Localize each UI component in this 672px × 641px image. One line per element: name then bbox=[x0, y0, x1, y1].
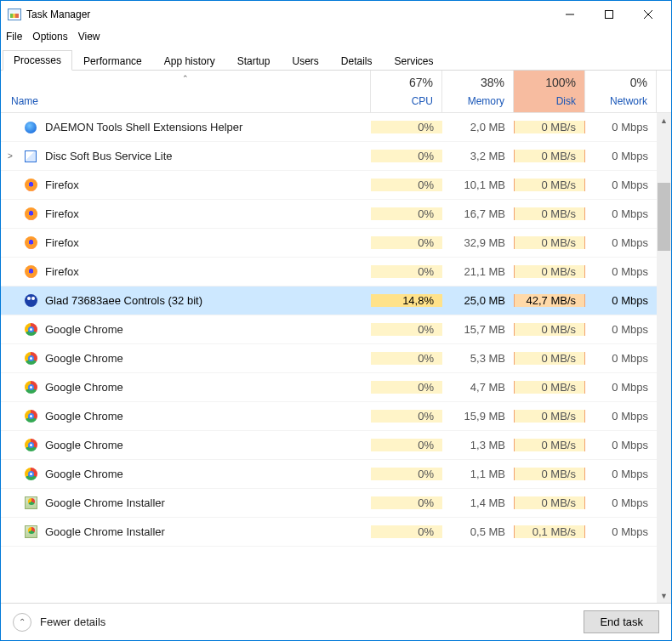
vertical-scrollbar[interactable]: ▲ ▼ bbox=[657, 113, 671, 603]
table-row[interactable]: Glad 73683aee Controls (32 bit)14,8%25,0… bbox=[1, 286, 657, 315]
cpu-cell: 0% bbox=[371, 179, 442, 191]
memory-cell: 21,1 MB bbox=[442, 265, 514, 278]
cpu-cell: 0% bbox=[371, 150, 442, 162]
tab-services[interactable]: Services bbox=[384, 51, 445, 71]
tab-processes[interactable]: Processes bbox=[3, 50, 72, 71]
disk-cell: 0 MB/s bbox=[514, 352, 585, 365]
disk-cell: 0 MB/s bbox=[514, 468, 585, 480]
tab-users[interactable]: Users bbox=[281, 51, 329, 71]
table-row[interactable]: Google Chrome0%4,7 MB0 MB/s0 Mbps bbox=[1, 373, 657, 402]
table-row[interactable]: Firefox0%10,1 MB0 MB/s0 Mbps bbox=[1, 171, 657, 200]
process-name-label: Google Chrome Installer bbox=[45, 525, 165, 538]
fewer-details-label: Fewer details bbox=[40, 615, 105, 628]
table-row[interactable]: Firefox0%16,7 MB0 MB/s0 Mbps bbox=[1, 200, 657, 229]
network-cell: 0 Mbps bbox=[585, 121, 657, 133]
disk-cell: 0 MB/s bbox=[514, 265, 585, 278]
process-name: Google Chrome bbox=[20, 351, 371, 366]
column-network[interactable]: 0% Network bbox=[585, 71, 657, 112]
task-manager-window: Task Manager File Options View Processes… bbox=[0, 0, 672, 641]
close-button[interactable] bbox=[629, 1, 668, 28]
scroll-thumb[interactable] bbox=[658, 183, 670, 251]
disk-cell: 0 MB/s bbox=[514, 179, 585, 191]
inst-icon bbox=[23, 496, 38, 511]
disk-cell: 0 MB/s bbox=[514, 381, 585, 394]
header-scroll-gutter bbox=[657, 71, 671, 112]
memory-cell: 15,7 MB bbox=[442, 323, 514, 336]
menu-options[interactable]: Options bbox=[32, 31, 67, 43]
process-name: Google Chrome bbox=[20, 409, 371, 424]
network-cell: 0 Mbps bbox=[585, 468, 657, 480]
column-cpu[interactable]: 67% CPU bbox=[371, 71, 442, 112]
expand-icon[interactable]: > bbox=[1, 151, 20, 161]
network-cell: 0 Mbps bbox=[585, 410, 657, 423]
table-row[interactable]: >Disc Soft Bus Service Lite0%3,2 MB0 MB/… bbox=[1, 142, 657, 171]
disk-cell: 0 MB/s bbox=[514, 410, 585, 423]
title-bar[interactable]: Task Manager bbox=[1, 1, 671, 28]
table-row[interactable]: Google Chrome Installer0%0,5 MB0,1 MB/s0… bbox=[1, 518, 657, 547]
network-cell: 0 Mbps bbox=[585, 150, 657, 162]
end-task-button[interactable]: End task bbox=[584, 610, 659, 633]
memory-cell: 1,4 MB bbox=[442, 496, 514, 509]
process-name: Google Chrome Installer bbox=[20, 496, 371, 511]
memory-cell: 2,0 MB bbox=[442, 121, 514, 133]
process-name-label: Disc Soft Bus Service Lite bbox=[45, 150, 173, 162]
cpu-cell: 0% bbox=[371, 265, 442, 278]
tab-app-history[interactable]: App history bbox=[153, 51, 226, 71]
maximize-button[interactable] bbox=[589, 1, 629, 28]
table-row[interactable]: Google Chrome0%1,3 MB0 MB/s0 Mbps bbox=[1, 431, 657, 460]
menu-view[interactable]: View bbox=[78, 31, 100, 43]
memory-cell: 1,1 MB bbox=[442, 468, 514, 480]
sort-indicator-icon: ⌃ bbox=[182, 74, 189, 82]
process-name: Firefox bbox=[20, 178, 371, 193]
tab-startup[interactable]: Startup bbox=[226, 51, 282, 71]
tab-details[interactable]: Details bbox=[330, 51, 384, 71]
table-row[interactable]: Google Chrome0%15,9 MB0 MB/s0 Mbps bbox=[1, 402, 657, 431]
network-cell: 0 Mbps bbox=[585, 439, 657, 451]
disk-cell: 0 MB/s bbox=[514, 323, 585, 336]
footer: ⌃ Fewer details End task bbox=[1, 603, 671, 640]
process-name: Google Chrome bbox=[20, 438, 371, 453]
cpu-cell: 0% bbox=[371, 323, 442, 336]
process-list: DAEMON Tools Shell Extensions Helper0%2,… bbox=[1, 113, 671, 603]
fewer-details-button[interactable]: ⌃ Fewer details bbox=[13, 613, 105, 632]
table-row[interactable]: Google Chrome0%5,3 MB0 MB/s0 Mbps bbox=[1, 344, 657, 373]
cpu-cell: 14,8% bbox=[371, 294, 442, 307]
disk-percent: 100% bbox=[514, 76, 576, 89]
disk-cell: 0,1 MB/s bbox=[514, 525, 585, 538]
scroll-down-icon[interactable]: ▼ bbox=[657, 588, 671, 603]
menu-file[interactable]: File bbox=[6, 31, 22, 43]
column-disk[interactable]: 100% Disk bbox=[514, 71, 585, 112]
minimize-button[interactable] bbox=[550, 1, 589, 28]
table-row[interactable]: DAEMON Tools Shell Extensions Helper0%2,… bbox=[1, 113, 657, 142]
column-memory[interactable]: 38% Memory bbox=[442, 71, 514, 112]
chrome-icon bbox=[23, 438, 38, 453]
svg-rect-1 bbox=[606, 11, 613, 19]
table-row[interactable]: Firefox0%21,1 MB0 MB/s0 Mbps bbox=[1, 258, 657, 286]
table-row[interactable]: Google Chrome0%1,1 MB0 MB/s0 Mbps bbox=[1, 460, 657, 489]
cpu-cell: 0% bbox=[371, 121, 442, 133]
process-name-label: Google Chrome bbox=[45, 381, 123, 394]
process-name: Google Chrome bbox=[20, 322, 371, 338]
ff-icon bbox=[23, 178, 38, 193]
chrome-icon bbox=[23, 467, 38, 482]
memory-cell: 0,5 MB bbox=[442, 525, 514, 538]
scroll-up-icon[interactable]: ▲ bbox=[657, 113, 671, 128]
network-cell: 0 Mbps bbox=[585, 265, 657, 278]
memory-cell: 10,1 MB bbox=[442, 179, 514, 191]
table-row[interactable]: Google Chrome Installer0%1,4 MB0 MB/s0 M… bbox=[1, 489, 657, 518]
column-name[interactable]: ⌃ Name bbox=[1, 71, 371, 112]
process-name-label: Google Chrome bbox=[45, 439, 123, 451]
window-title: Task Manager bbox=[26, 9, 550, 20]
glad-icon bbox=[23, 293, 38, 309]
ff-icon bbox=[23, 235, 38, 251]
memory-cell: 16,7 MB bbox=[442, 207, 514, 220]
process-name: Google Chrome Installer bbox=[20, 525, 371, 540]
disk-cell: 0 MB/s bbox=[514, 207, 585, 220]
network-label: Network bbox=[585, 95, 647, 107]
memory-cell: 15,9 MB bbox=[442, 410, 514, 423]
table-row[interactable]: Google Chrome0%15,7 MB0 MB/s0 Mbps bbox=[1, 315, 657, 344]
tab-performance[interactable]: Performance bbox=[72, 51, 153, 71]
table-row[interactable]: Firefox0%32,9 MB0 MB/s0 Mbps bbox=[1, 229, 657, 258]
column-headers: ⌃ Name 67% CPU 38% Memory 100% Disk 0% N… bbox=[1, 71, 671, 113]
process-name-label: Firefox bbox=[45, 179, 79, 191]
